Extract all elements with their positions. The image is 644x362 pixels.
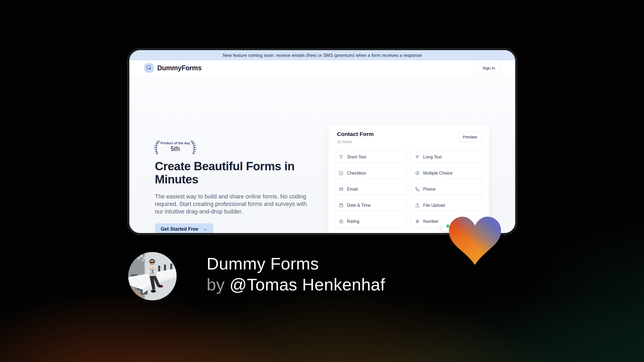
field-chip-short-text[interactable]: Short Text (335, 151, 407, 163)
field-chip-label: Checkbox (347, 171, 366, 176)
email-icon (339, 187, 343, 191)
field-chip-label: Email (347, 187, 358, 192)
rating-icon (339, 219, 343, 224)
form-field-count: 10 fields (337, 139, 352, 144)
get-started-button[interactable]: Get Started Free → (155, 223, 214, 233)
field-grid: Short TextLong TextCheckboxMultiple Choi… (335, 151, 483, 228)
short-text-icon (339, 155, 343, 159)
field-chip-label: Multiple Choice (423, 171, 452, 176)
checkbox-icon (339, 171, 343, 175)
field-chip-rating[interactable]: Rating (335, 215, 407, 228)
field-chip-label: Date & Time (347, 203, 371, 208)
laurel-right-icon (190, 140, 197, 155)
gradient-heart-icon (449, 217, 501, 265)
dummyforms-logo-icon (144, 63, 154, 73)
caption-byline: by @Tomas Henkenhaf (207, 274, 385, 295)
announcement-banner: New feature coming soon: receive emails … (129, 50, 515, 60)
file-upload-icon (415, 203, 420, 208)
hero-section: Product of the day 5th Create Beautiful … (129, 76, 515, 233)
number-icon (415, 219, 420, 224)
author-avatar (128, 252, 177, 300)
field-chip-label: File Upload (423, 203, 445, 208)
hero-subheading: The easiest way to build and share onlin… (155, 193, 312, 215)
field-chip-checkbox[interactable]: Checkbox (335, 167, 407, 179)
caption-author: @Tomas Henkenhaf (230, 275, 385, 294)
date-time-icon (339, 203, 343, 208)
brand-logo[interactable]: DummyForms (144, 63, 202, 73)
brand-name: DummyForms (157, 64, 202, 72)
field-chip-label: Long Text (423, 155, 442, 160)
hero-heading: Create Beautiful Forms in Minutes (155, 160, 310, 186)
field-chip-date-time[interactable]: Date & Time (335, 199, 407, 212)
field-chip-label: Phone (423, 187, 436, 192)
multiple-choice-icon (415, 171, 420, 175)
field-chip-long-text[interactable]: Long Text (411, 151, 483, 163)
preview-button[interactable]: Preview (458, 132, 482, 142)
field-chip-phone[interactable]: Phone (411, 183, 483, 195)
field-chip-label: Rating (347, 219, 359, 224)
announcement-text: New feature coming soon: receive emails … (223, 53, 422, 58)
form-title: Contact Form (337, 131, 374, 137)
laurel-left-icon (154, 140, 161, 155)
field-chip-label: Short Text (347, 155, 366, 160)
arrow-right-icon: → (203, 226, 208, 232)
phone-icon (415, 187, 420, 191)
product-of-the-day-badge: Product of the day 5th (155, 140, 196, 153)
field-chip-multiple-choice[interactable]: Multiple Choice (411, 167, 483, 179)
caption-title: Dummy Forms (207, 253, 385, 274)
sign-in-button[interactable]: Sign In (477, 63, 500, 73)
browser-mockup: New feature coming soon: receive emails … (129, 50, 515, 233)
field-chip-file-upload[interactable]: File Upload (411, 199, 483, 212)
field-chip-label: Number (423, 219, 438, 224)
field-chip-email[interactable]: Email (335, 183, 407, 195)
long-text-icon (415, 155, 420, 159)
get-started-label: Get Started Free (161, 226, 198, 232)
caption-by: by (207, 275, 230, 294)
promo-background: New feature coming soon: receive emails … (0, 0, 644, 362)
author-caption: Dummy Forms by @Tomas Henkenhaf (207, 253, 385, 295)
navbar: DummyForms Sign In (129, 60, 515, 76)
